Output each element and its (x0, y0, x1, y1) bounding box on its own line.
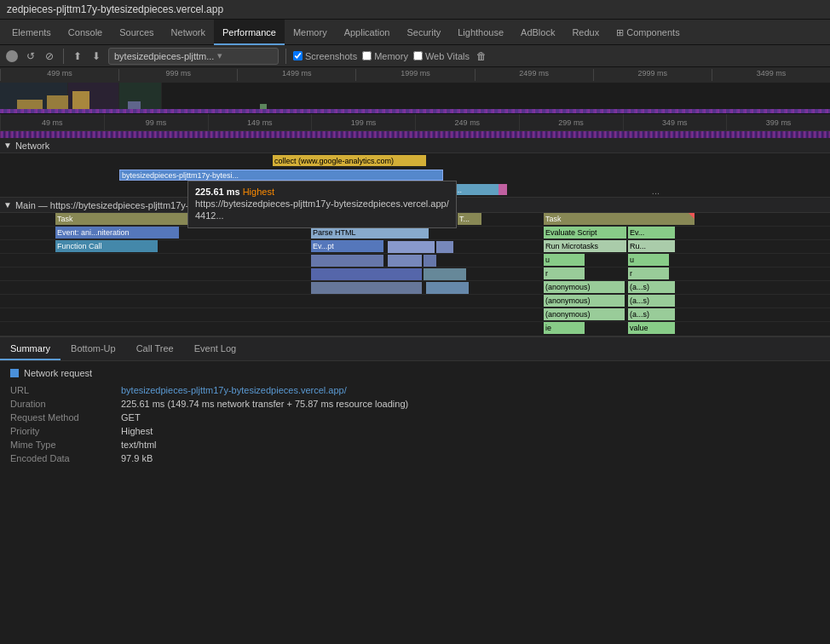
ev-short-bar[interactable]: Ev... (628, 227, 675, 239)
anon-bar-1[interactable]: (anonymous) (544, 281, 625, 293)
tab-network[interactable]: Network (163, 20, 214, 45)
event-bar-1[interactable]: Event: ani...niteration (55, 227, 179, 239)
ru-short-bar[interactable]: Ru... (628, 240, 675, 252)
memory-label: Memory (374, 51, 408, 61)
priority-value: Highest (121, 426, 153, 436)
main-section-header[interactable]: ▼ Main — https://bytesizedpieces-pljttm1… (0, 198, 830, 213)
a-s-bar-3[interactable]: (a...s) (628, 308, 675, 320)
tab-console[interactable]: Console (60, 20, 111, 45)
task-bar-3[interactable]: Task (311, 213, 430, 225)
evaluate-script-bar[interactable]: Evaluate Script (544, 227, 626, 239)
toolbar: ↺ ⊘ ⬆ ⬇ bytesizedpieces-pljttm... ▾ Scre… (0, 45, 830, 67)
summary-encoded-row: Encoded Data 97.9 kB (10, 453, 820, 463)
screenshots-checkbox[interactable] (293, 51, 303, 60)
detail-tick-6: 349 ms (623, 114, 727, 130)
task-bar-4[interactable]: T... (430, 213, 456, 225)
small-bar-8 (311, 282, 422, 294)
ev-pt-bar[interactable]: Ev...pt (311, 240, 383, 252)
url-dropdown-icon[interactable]: ▾ (217, 50, 222, 61)
run-microtasks-bar[interactable]: Run Microtasks (544, 240, 626, 252)
flame-row-4: u u (0, 254, 830, 267)
small-bar-3 (311, 255, 383, 267)
request-method-value: GET (121, 412, 141, 423)
ruler-tick-5: 2999 ms (593, 69, 712, 81)
u-bar-2[interactable]: u (628, 254, 669, 266)
ruler-tick-2: 1499 ms (237, 69, 355, 81)
tab-application[interactable]: Application (336, 20, 399, 45)
main2-bar[interactable]: main-7b9ade9829d... (388, 184, 499, 195)
anon-bar-3[interactable]: (anonymous) (544, 308, 625, 320)
url-value: bytesizedpieces-pljttm17y-bytesizedpiece… (121, 385, 347, 395)
summary-content: Network request URL bytesizedpieces-pljt… (0, 361, 830, 474)
memory-checkbox-label[interactable]: Memory (362, 51, 408, 61)
record-icon[interactable] (5, 49, 19, 63)
tab-event-log[interactable]: Event Log (184, 336, 247, 360)
collect-bar[interactable]: collect (www.google-analytics.com) (273, 155, 426, 166)
detail-tick-3: 199 ms (311, 114, 415, 130)
main-network-bar[interactable]: bytesizedpieces-pljttm17y-bytesi... (119, 170, 443, 181)
r-bar-2[interactable]: r (628, 267, 669, 279)
summary-priority-row: Priority Highest (10, 426, 820, 436)
download-icon[interactable]: ⬇ (89, 49, 103, 63)
web-vitals-checkbox-label[interactable]: Web Vitals (413, 51, 470, 61)
flame-area: 49 ms 99 ms 149 ms 199 ms 249 ms 299 ms … (0, 114, 830, 336)
ruler-tick-4: 2499 ms (475, 69, 593, 81)
reload-icon[interactable]: ↺ (24, 49, 37, 63)
flame-row-2: Event: ani...niteration Parse HTML Evalu… (0, 227, 830, 240)
tab-call-tree[interactable]: Call Tree (126, 336, 184, 360)
timeline-overview[interactable]: 499 ms 999 ms 1499 ms 1999 ms 2499 ms 29… (0, 67, 830, 114)
flame-row-6: (anonymous) (a...s) (0, 281, 830, 295)
encoded-data-value: 97.9 kB (121, 453, 153, 463)
parse-bar[interactable]: Parse HTML (311, 227, 429, 239)
tab-performance[interactable]: Performance (214, 20, 285, 45)
screenshot-strip (0, 83, 830, 114)
tab-lighthouse[interactable]: Lighthouse (449, 20, 512, 45)
url-link[interactable]: bytesizedpieces-pljttm17y-bytesizedpiece… (121, 385, 347, 395)
u-bar-1[interactable]: u (544, 254, 585, 266)
value-bar[interactable]: value (628, 322, 675, 334)
detail-tick-0: 49 ms (0, 114, 104, 130)
tab-memory[interactable]: Memory (285, 20, 336, 45)
anon-bar-2[interactable]: (anonymous) (544, 295, 625, 307)
tab-elements[interactable]: Elements (3, 20, 60, 45)
tab-bottom-up[interactable]: Bottom-Up (61, 336, 126, 360)
small-bar-2 (436, 241, 453, 253)
url-display[interactable]: bytesizedpieces-pljttm... ▾ (108, 48, 279, 65)
web-vitals-checkbox[interactable] (413, 51, 423, 60)
screenshots-checkbox-label[interactable]: Screenshots (293, 51, 357, 61)
trash-icon[interactable]: 🗑 (475, 49, 488, 63)
a-s-bar-1[interactable]: (a...s) (628, 281, 675, 293)
tab-sources[interactable]: Sources (111, 20, 162, 45)
network-section-header[interactable]: ▼ Network (0, 138, 830, 153)
ruler-tick-0: 499 ms (0, 69, 118, 81)
title-bar: zedpieces-pljttm17y-bytesizedpieces.verc… (0, 0, 830, 20)
memory-checkbox[interactable] (362, 51, 372, 60)
task-bar-2[interactable]: Task (264, 213, 311, 225)
bottom-tabs: Summary Bottom-Up Call Tree Event Log (0, 337, 830, 361)
ruler-tick-6: 3499 ms (712, 69, 830, 81)
network-collapse-icon[interactable]: ▼ (3, 141, 12, 150)
task-bar-1[interactable]: Task (55, 213, 264, 225)
clear-icon[interactable]: ⊘ (43, 49, 56, 63)
tab-redux[interactable]: Redux (563, 20, 608, 45)
function-call-bar[interactable]: Function Call (55, 240, 158, 252)
small-bar-1 (388, 241, 435, 253)
more-label: ... (652, 186, 660, 196)
tab-security[interactable]: Security (398, 20, 449, 45)
tab-bar: Elements Console Sources Network Perform… (0, 20, 830, 45)
summary-method-row: Request Method GET (10, 412, 820, 423)
bottom-panel: Summary Bottom-Up Call Tree Event Log Ne… (0, 336, 830, 474)
main-collapse-icon[interactable]: ▼ (3, 200, 12, 210)
tab-components[interactable]: ⊞ Components (608, 20, 688, 45)
tab-summary[interactable]: Summary (0, 336, 61, 360)
mime-type-label: Mime Type (10, 440, 121, 450)
r-bar-1[interactable]: r (544, 267, 585, 279)
ie-bar[interactable]: ie (544, 322, 585, 334)
task-bar-5[interactable]: T... (458, 213, 481, 225)
detail-tick-1: 99 ms (104, 114, 208, 130)
a-s-bar-2[interactable]: (a...s) (628, 295, 675, 307)
overview-ruler: 499 ms 999 ms 1499 ms 1999 ms 2499 ms 29… (0, 67, 830, 83)
task-bar-6[interactable]: Task (544, 213, 695, 225)
tab-adblock[interactable]: AdBlock (512, 20, 563, 45)
upload-icon[interactable]: ⬆ (71, 49, 84, 63)
